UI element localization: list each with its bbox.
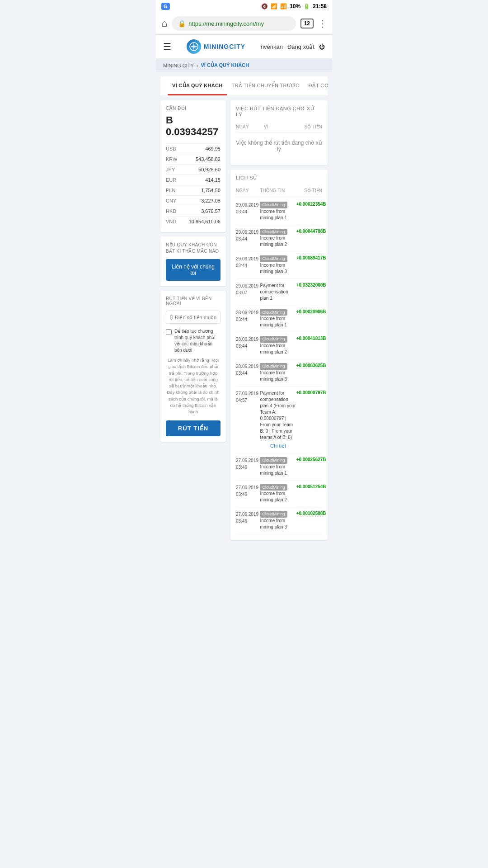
tab-wallet[interactable]: VÍ CỦA QUÝ KHÁCH [168, 76, 227, 95]
cloud-mining-tag: CloudMining [260, 363, 287, 370]
history-row: 29.06.201903:44 CloudMining Income from … [236, 252, 322, 279]
home-icon[interactable]: ⌂ [161, 18, 167, 29]
withdraw-label: RÚT TIỀN VỀ VÍ BÊN NGOÀI [166, 296, 221, 306]
svg-point-1 [192, 45, 196, 48]
wifi-icon: 📶 [271, 3, 277, 9]
status-app-icon: G [161, 3, 170, 10]
currency-pln: PLN 1,754.50 [166, 185, 221, 195]
history-row: 27.06.201903:46 CloudMining Income from … [236, 481, 322, 508]
logo-icon [187, 39, 201, 54]
tabs-container: VÍ CỦA QUÝ KHÁCH TRẢ TIỀN CHUYỂN TRƯỚC Đ… [160, 76, 328, 96]
currency-list: USD 469.95 KRW 543,458.82 JPY 50,928.60 … [166, 143, 221, 226]
cloud-mining-tag: CloudMining [260, 457, 287, 464]
cloud-mining-tag: CloudMining [260, 309, 287, 316]
contact-button[interactable]: Liên hệ với chúng tôi [166, 259, 221, 281]
history-col-date: NGÀY [236, 188, 260, 193]
pending-empty-message: Việc không thể rút tiền đang chờ xử lý [236, 132, 322, 160]
history-table-header: NGÀY THÔNG TIN SỐ TIỀN [236, 185, 322, 196]
tab-deposit[interactable]: ĐẶT CỌC [304, 76, 328, 95]
withdraw-card: RÚT TIỀN VỀ VÍ BÊN NGOÀI ₿ Để tiếp tục c… [160, 291, 226, 442]
history-row: 29.06.201903:07 Payment for compensation… [236, 279, 322, 306]
tab-count[interactable]: 12 [300, 19, 314, 28]
currency-hkd: HKD 3,670.57 [166, 206, 221, 216]
balance-amount: B 0.03934257 [166, 114, 221, 138]
withdraw-input-wrap[interactable]: ₿ [166, 311, 221, 324]
currency-jpy: JPY 50,928.60 [166, 164, 221, 175]
history-row: 27.06.201903:46 CloudMining Income from … [236, 453, 322, 481]
left-panel: CÂN ĐỐI B 0.03934257 USD 469.95 KRW 543,… [160, 100, 226, 540]
top-nav: ☰ MININGCITY rivenkan Đăng xuất ⏻ [156, 35, 332, 59]
cloud-mining-tag: CloudMining [260, 255, 287, 262]
withdraw-amount-input[interactable] [175, 315, 216, 320]
breadcrumb: MINING CITY › VÍ CỦA QUÝ KHÁCH [156, 59, 332, 72]
cloud-mining-tag: CloudMining [260, 229, 287, 236]
logout-button[interactable]: Đăng xuất [287, 43, 314, 50]
browser-menu-icon[interactable]: ⋮ [318, 18, 327, 29]
lock-icon: 🔒 [178, 20, 186, 27]
terms-checkbox-row: Để tiếp tục chương trình quý khách phải … [166, 328, 221, 354]
terms-checkbox[interactable] [166, 329, 172, 335]
balance-card: CÂN ĐỐI B 0.03934257 USD 469.95 KRW 543,… [160, 100, 226, 232]
history-section-title: LỊCH SỬ [236, 175, 322, 181]
pending-section-title: VIỆC RÚT TIỀN ĐANG CHỜ XỬ LÝ [236, 106, 322, 117]
currency-cny: CNY 3,227.08 [166, 195, 221, 206]
logo-svg [189, 42, 198, 51]
history-row: 29.06.201903:44 CloudMining Income from … [236, 225, 322, 252]
detail-link[interactable]: Chi tiết [260, 443, 296, 449]
history-col-amount: SỐ TIỀN [296, 188, 322, 193]
url-bar[interactable]: 🔒 https://me.miningcity.com/my [172, 16, 296, 31]
sim-icon: 📶 [280, 3, 287, 9]
history-row: 28.06.201903:44 CloudMining Income from … [236, 359, 322, 387]
pending-col-wallet: VÍ [264, 124, 290, 129]
tab-transfer[interactable]: TRẢ TIỀN CHUYỂN TRƯỚC [227, 76, 304, 95]
currency-krw: KRW 543,458.82 [166, 154, 221, 164]
withdraw-button[interactable]: RÚT TIỀN [166, 420, 221, 436]
status-bar: G 🔇 📶 📶 10% 🔋 21:58 [156, 0, 332, 13]
battery-text: 10% [290, 3, 300, 9]
pending-col-amount: SỐ TIỀN [292, 124, 322, 129]
power-icon[interactable]: ⏻ [319, 43, 325, 50]
history-row: 29.06.201903:44 CloudMining Income from … [236, 198, 322, 225]
username-display: rivenkan [261, 43, 283, 50]
currency-usd: USD 469.95 [166, 143, 221, 154]
cloud-mining-tag: CloudMining [260, 336, 287, 343]
site-logo: MININGCITY [187, 39, 245, 54]
history-row: 28.06.201903:44 CloudMining Income from … [236, 306, 322, 333]
battery-icon: 🔋 [303, 3, 310, 9]
history-row: 27.06.201904:57 Payment for compensation… [236, 387, 322, 453]
mute-icon: 🔇 [261, 3, 268, 9]
browser-bar: ⌂ 🔒 https://me.miningcity.com/my 12 ⋮ [156, 13, 332, 35]
pending-table-header: NGÀY VÍ SỐ TIỀN [236, 122, 322, 132]
history-col-info: THÔNG TIN [260, 188, 296, 193]
pending-card: VIỆC RÚT TIỀN ĐANG CHỜ XỬ LÝ NGÀY VÍ SỐ … [230, 100, 328, 165]
hamburger-icon[interactable]: ☰ [163, 41, 171, 52]
support-label: NẾU QUÝ KHÁCH CÒN BẤT KÌ THẮC MẮC NÀO [166, 242, 221, 255]
nav-right: rivenkan Đăng xuất ⏻ [261, 43, 325, 50]
cloud-mining-tag: CloudMining [260, 202, 287, 208]
right-panel: VIỆC RÚT TIỀN ĐANG CHỜ XỬ LÝ NGÀY VÍ SỐ … [230, 100, 328, 540]
main-content: CÂN ĐỐI B 0.03934257 USD 469.95 KRW 543,… [156, 96, 332, 544]
cloud-mining-tag: CloudMining [260, 511, 287, 518]
time-display: 21:58 [313, 3, 327, 9]
history-row: 28.06.201903:44 CloudMining Income from … [236, 332, 322, 359]
btc-symbol-icon: ₿ [170, 314, 173, 321]
breadcrumb-parent[interactable]: MINING CITY [163, 63, 194, 68]
balance-label: CÂN ĐỐI [166, 106, 221, 111]
url-text: https://me.miningcity.com/my [188, 20, 264, 27]
status-indicators: 🔇 📶 📶 10% 🔋 21:58 [261, 3, 327, 9]
pending-col-date: NGÀY [236, 124, 262, 129]
translate-icon: G [161, 3, 170, 10]
currency-vnd: VND 10,954,610.06 [166, 216, 221, 226]
support-card: NẾU QUÝ KHÁCH CÒN BẤT KÌ THẮC MẮC NÀO Li… [160, 236, 226, 286]
currency-eur: EUR 414.15 [166, 175, 221, 185]
history-card: LỊCH SỬ NGÀY THÔNG TIN SỐ TIỀN 29.06.201… [230, 170, 328, 540]
terms-label: Để tiếp tục chương trình quý khách phải … [174, 328, 221, 354]
cloud-mining-tag: CloudMining [260, 484, 287, 491]
breadcrumb-current: VÍ CỦA QUÝ KHÁCH [201, 62, 249, 68]
logo-text: MININGCITY [204, 43, 245, 50]
breadcrumb-separator: › [197, 63, 198, 68]
history-row: 27.06.201903:46 CloudMining Income from … [236, 507, 322, 534]
withdraw-disclaimer: Làm ơn hãy nhớ rằng: Mọi giao dịch Bitco… [166, 357, 221, 415]
